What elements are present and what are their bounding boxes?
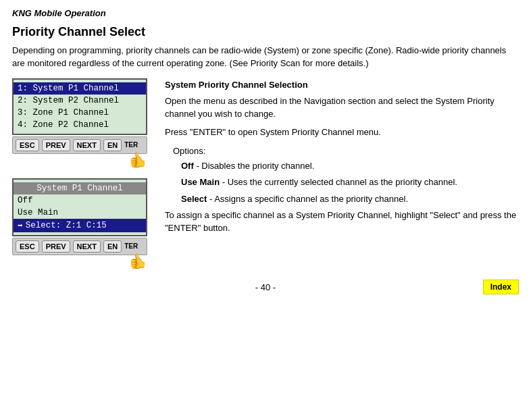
page-header: KNG Mobile Operation	[12, 8, 519, 18]
next-key-2[interactable]: NEXT	[73, 240, 101, 253]
subsection-title: System Priority Channel Selection	[165, 78, 519, 92]
lcd-screen-2: System P1 Channel Off Use Main ➡ Select:…	[12, 178, 147, 236]
enter-suffix-1: TER	[124, 141, 138, 149]
lcd-row-3: 3: Zone P1 Channel	[14, 107, 146, 119]
footer: - 40 - Index	[12, 282, 519, 292]
lcd-screen-1: 1: System P1 Channel 2: System P2 Channe…	[12, 78, 147, 135]
right-para-1: Open the menu as described in the Naviga…	[165, 95, 519, 121]
esc-key-2[interactable]: ESC	[16, 240, 39, 253]
right-column: System Priority Channel Selection Open t…	[165, 78, 519, 270]
lcd-row-2: 2: System P2 Channel	[14, 95, 146, 107]
right-para-3: To assign a specific channel as a System…	[165, 209, 519, 235]
intro-text: Depending on programming, priority chann…	[12, 45, 519, 70]
enter-suffix-2: TER	[124, 242, 138, 250]
left-column: 1: System P1 Channel 2: System P2 Channe…	[12, 78, 154, 270]
right-para-2: Press "ENTER" to open System Priority Ch…	[165, 126, 519, 139]
enter-key-1[interactable]: EN	[103, 139, 122, 151]
lcd-display-1: 1: System P1 Channel 2: System P2 Channe…	[12, 78, 154, 169]
options-label: Options:	[173, 145, 519, 158]
arrow-icon: ➡	[18, 220, 23, 231]
hand-icon-container-2: 👍	[12, 253, 147, 270]
lcd2-row-1: Off	[14, 194, 146, 207]
esc-key-1[interactable]: ESC	[16, 139, 39, 151]
lcd-display-2: System P1 Channel Off Use Main ➡ Select:…	[12, 178, 154, 270]
enter-key-2[interactable]: EN	[103, 240, 122, 253]
hand-icon-1: 👍	[129, 151, 147, 169]
option-use-main: Use Main - Uses the currently selected c…	[181, 176, 519, 188]
hand-icon-container-1: 👍	[12, 151, 147, 169]
prev-key-1[interactable]: PREV	[42, 139, 70, 151]
lcd2-row-2: Use Main	[14, 207, 146, 219]
index-button[interactable]: Index	[483, 280, 519, 294]
prev-key-2[interactable]: PREV	[42, 240, 70, 253]
header-title: KNG Mobile Operation	[12, 8, 106, 18]
page-number: - 40 -	[255, 282, 276, 292]
hand-icon-2: 👍	[129, 253, 147, 270]
lcd-row-1: 1: System P1 Channel	[14, 82, 146, 95]
lcd-row-4: 4: Zone P2 Channel	[14, 119, 146, 131]
lcd2-row-3: ➡ Select: Z:1 C:15	[14, 219, 146, 232]
section-title: Priority Channel Select	[12, 25, 519, 39]
lcd2-header-row: System P1 Channel	[14, 182, 146, 194]
option-off: Off - Disables the priority channel.	[181, 160, 519, 172]
next-key-1[interactable]: NEXT	[73, 139, 101, 151]
option-select: Select - Assigns a specific channel as t…	[181, 193, 519, 205]
